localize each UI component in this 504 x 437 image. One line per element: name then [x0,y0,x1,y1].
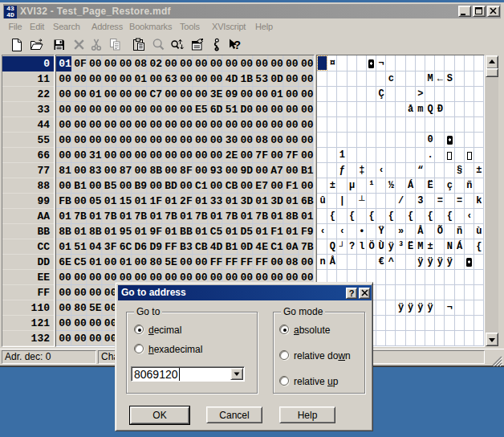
svg-text:?: ? [234,39,241,51]
